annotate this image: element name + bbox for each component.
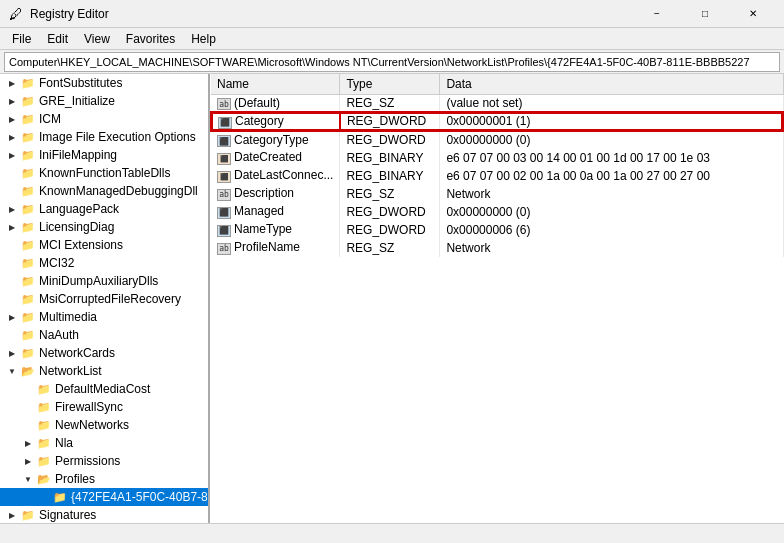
tree-item-licensingdiag[interactable]: ▶📁LicensingDiag: [0, 218, 208, 236]
cell-name: abDescription: [211, 185, 340, 203]
tree-arrow-collapsed[interactable]: ▶: [4, 97, 20, 106]
tree-label: NetworkCards: [39, 346, 115, 360]
table-row[interactable]: ⬛NameType REG_DWORD 0x00000006 (6): [211, 221, 783, 239]
tree-item-knownfunctiontabledlls[interactable]: 📁KnownFunctionTableDlls: [0, 164, 208, 182]
table-row[interactable]: ab(Default) REG_SZ (value not set): [211, 94, 783, 112]
tree-arrow-collapsed[interactable]: ▶: [20, 439, 36, 448]
tree-label: Nla: [55, 436, 73, 450]
table-row[interactable]: ⬛Managed REG_DWORD 0x00000000 (0): [211, 203, 783, 221]
tree-label: Signatures: [39, 508, 96, 522]
table-row[interactable]: ⬛Category REG_DWORD 0x00000001 (1): [211, 112, 783, 131]
reg-dword-icon: ⬛: [217, 135, 231, 147]
address-path[interactable]: Computer\HKEY_LOCAL_MACHINE\SOFTWARE\Mic…: [4, 52, 780, 72]
tree-item-newnetworks[interactable]: 📁NewNetworks: [0, 416, 208, 434]
close-button[interactable]: ✕: [730, 0, 776, 28]
tree-item-fontsubstitutes[interactable]: ▶📁FontSubstitutes: [0, 74, 208, 92]
folder-icon: 📁: [20, 221, 36, 234]
tree-label: LanguagePack: [39, 202, 119, 216]
tree-item-networklist[interactable]: ▼📂NetworkList: [0, 362, 208, 380]
tree-item-mciextensions[interactable]: 📁MCI Extensions: [0, 236, 208, 254]
minimize-button[interactable]: −: [634, 0, 680, 28]
folder-icon: 📁: [20, 113, 36, 126]
tree-arrow-collapsed[interactable]: ▶: [4, 151, 20, 160]
cell-data: Network: [440, 185, 783, 203]
address-bar: Computer\HKEY_LOCAL_MACHINE\SOFTWARE\Mic…: [0, 50, 784, 74]
tree-item-defaultmediacost[interactable]: 📁DefaultMediaCost: [0, 380, 208, 398]
tree-label: Image File Execution Options: [39, 130, 196, 144]
cell-type: REG_DWORD: [340, 221, 440, 239]
col-header-type: Type: [340, 74, 440, 94]
table-row[interactable]: abDescription REG_SZ Network: [211, 185, 783, 203]
tree-arrow-collapsed[interactable]: ▶: [4, 115, 20, 124]
reg-binary-icon: ⬛: [217, 171, 231, 183]
cell-type: REG_DWORD: [340, 112, 440, 131]
cell-name: ab(Default): [211, 94, 340, 112]
tree-arrow-none: [4, 259, 20, 268]
menu-edit[interactable]: Edit: [39, 28, 76, 49]
tree-panel[interactable]: ▶📁FontSubstitutes▶📁GRE_Initialize▶📁ICM▶📁…: [0, 74, 210, 523]
tree-item-inifilemapping[interactable]: ▶📁IniFileMapping: [0, 146, 208, 164]
folder-icon: 📁: [20, 167, 36, 180]
table-row[interactable]: ⬛DateCreated REG_BINARY e6 07 07 00 03 0…: [211, 149, 783, 167]
tree-item-nla[interactable]: ▶📁Nla: [0, 434, 208, 452]
tree-item-profiles[interactable]: ▼📂Profiles: [0, 470, 208, 488]
table-row[interactable]: ⬛CategoryType REG_DWORD 0x00000000 (0): [211, 131, 783, 149]
tree-label: {472FE4A1-5F0C-40B7-8: [71, 490, 208, 504]
tree-arrow-collapsed[interactable]: ▶: [20, 457, 36, 466]
window-controls: − □ ✕: [634, 0, 776, 28]
menu-view[interactable]: View: [76, 28, 118, 49]
cell-type: REG_SZ: [340, 94, 440, 112]
tree-item-permissions[interactable]: ▶📁Permissions: [0, 452, 208, 470]
folder-icon: 📁: [20, 311, 36, 324]
cell-type: REG_BINARY: [340, 167, 440, 185]
tree-item-knownmanageddebugging[interactable]: 📁KnownManagedDebuggingDll: [0, 182, 208, 200]
menu-file[interactable]: File: [4, 28, 39, 49]
tree-arrow-collapsed[interactable]: ▶: [4, 205, 20, 214]
tree-item-profileguid[interactable]: 📁{472FE4A1-5F0C-40B7-8: [0, 488, 208, 506]
folder-icon: 📁: [20, 185, 36, 198]
tree-arrow-collapsed[interactable]: ▶: [4, 349, 20, 358]
tree-arrow-collapsed[interactable]: ▶: [4, 511, 20, 520]
tree-item-languagepack[interactable]: ▶📁LanguagePack: [0, 200, 208, 218]
tree-arrow-collapsed[interactable]: ▶: [4, 313, 20, 322]
tree-item-icm[interactable]: ▶📁ICM: [0, 110, 208, 128]
tree-arrow-collapsed[interactable]: ▶: [4, 223, 20, 232]
reg-dword-icon: ⬛: [217, 207, 231, 219]
tree-label: FirewallSync: [55, 400, 123, 414]
folder-icon: 📁: [20, 347, 36, 360]
reg-binary-icon: ⬛: [217, 153, 231, 165]
menu-favorites[interactable]: Favorites: [118, 28, 183, 49]
tree-item-naauth[interactable]: 📁NaAuth: [0, 326, 208, 344]
table-row[interactable]: abProfileName REG_SZ Network: [211, 239, 783, 257]
cell-name: ⬛Managed: [211, 203, 340, 221]
tree-item-firewallsync[interactable]: 📁FirewallSync: [0, 398, 208, 416]
maximize-button[interactable]: □: [682, 0, 728, 28]
cell-data: 0x00000000 (0): [440, 203, 783, 221]
tree-item-minidumpauxiliarydlls[interactable]: 📁MiniDumpAuxiliaryDlls: [0, 272, 208, 290]
tree-arrow-none: [20, 385, 36, 394]
tree-arrow-expanded[interactable]: ▼: [4, 367, 20, 376]
tree-item-gre_initialize[interactable]: ▶📁GRE_Initialize: [0, 92, 208, 110]
tree-item-networkcards[interactable]: ▶📁NetworkCards: [0, 344, 208, 362]
tree-arrow-none: [36, 493, 52, 502]
tree-item-mci32[interactable]: 📁MCI32: [0, 254, 208, 272]
folder-icon: 📁: [20, 239, 36, 252]
col-header-data: Data: [440, 74, 783, 94]
tree-arrow-none: [4, 331, 20, 340]
tree-item-msicorruptedfilerecovery[interactable]: 📁MsiCorruptedFileRecovery: [0, 290, 208, 308]
tree-arrow-collapsed[interactable]: ▶: [4, 79, 20, 88]
tree-item-multimedia[interactable]: ▶📁Multimedia: [0, 308, 208, 326]
value-name: NameType: [234, 222, 292, 236]
cell-data: e6 07 07 00 02 00 1a 00 0a 00 1a 00 27 0…: [440, 167, 783, 185]
tree-item-signatures[interactable]: ▶📁Signatures: [0, 506, 208, 523]
tree-arrow-expanded[interactable]: ▼: [20, 475, 36, 484]
tree-arrow-collapsed[interactable]: ▶: [4, 133, 20, 142]
tree-label: GRE_Initialize: [39, 94, 115, 108]
menu-help[interactable]: Help: [183, 28, 224, 49]
tree-arrow-none: [4, 277, 20, 286]
tree-item-imagefileexecution[interactable]: ▶📁Image File Execution Options: [0, 128, 208, 146]
values-panel[interactable]: Name Type Data ab(Default) REG_SZ (value…: [210, 74, 784, 523]
folder-open-icon: 📂: [20, 365, 36, 378]
cell-name: ⬛NameType: [211, 221, 340, 239]
table-row[interactable]: ⬛DateLastConnec... REG_BINARY e6 07 07 0…: [211, 167, 783, 185]
